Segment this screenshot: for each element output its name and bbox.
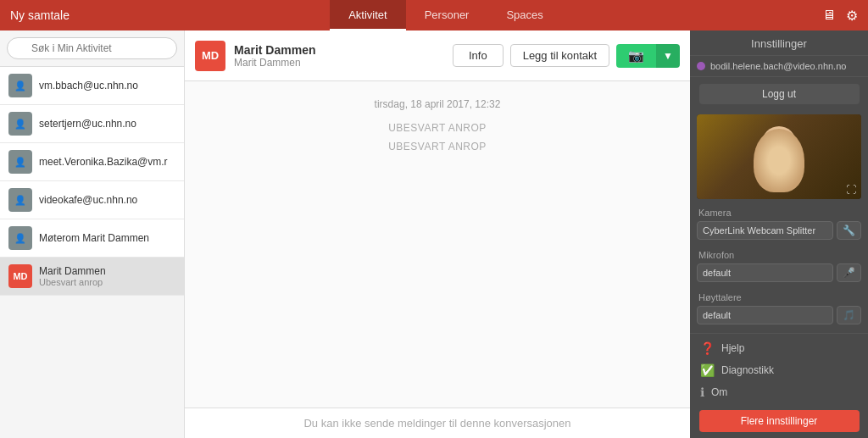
camera-row: CyberLink Webcam Splitter 🔧 [690, 219, 868, 245]
diagnostics-menu-item[interactable]: ✅ Diagnostikk [690, 359, 868, 381]
search-bar: 🔍 [0, 30, 184, 67]
speaker-label: Høyttalere [690, 287, 868, 304]
about-label: Om [711, 386, 727, 398]
divider [690, 333, 868, 334]
main-content: 🔍 👤 vm.bbach@uc.nhn.no 👤 setertjern@uc.n… [0, 30, 868, 438]
speaker-select[interactable]: default [697, 306, 833, 324]
user-status-dot [697, 62, 705, 70]
gear-icon[interactable]: ⚙ [846, 8, 858, 24]
diagnostics-icon: ✅ [700, 363, 715, 377]
avatar: 👤 [8, 150, 32, 174]
video-preview-inner: ⛶ [697, 114, 861, 199]
list-item[interactable]: 👤 videokafe@uc.nhn.no [0, 181, 184, 219]
list-item[interactable]: 👤 setertjern@uc.nhn.no [0, 105, 184, 143]
help-label: Hjelp [721, 342, 744, 354]
list-item[interactable]: 👤 meet.Veronika.Bazika@vm.r [0, 143, 184, 181]
tab-aktivitet[interactable]: Aktivitet [330, 0, 406, 30]
search-wrapper: 🔍 [7, 37, 177, 59]
chat-area: MD Marit Dammen Marit Dammen Info Legg t… [185, 30, 690, 438]
list-item[interactable]: 👤 Møterom Marit Dammen [0, 219, 184, 258]
chat-header-info: Marit Dammen Marit Dammen [234, 43, 444, 69]
video-call-button[interactable]: 📷 [616, 44, 656, 68]
chat-avatar-initials: MD [202, 49, 219, 62]
diagnostics-label: Diagnostikk [721, 364, 774, 376]
help-icon: ❓ [700, 341, 715, 355]
microphone-label: Mikrofon [690, 245, 868, 262]
chat-input-placeholder: Du kan ikke sende meldinger til denne ko… [197, 417, 678, 430]
add-contact-button[interactable]: Legg til kontakt [510, 44, 609, 67]
tab-spaces[interactable]: Spaces [487, 0, 561, 30]
list-item-active[interactable]: MD Marit Dammen Ubesvart anrop [0, 258, 184, 296]
microphone-select[interactable]: default [697, 263, 833, 282]
contact-info: vm.bbach@uc.nhn.no [39, 80, 175, 91]
user-email: bodil.helene.bach@video.nhn.no [710, 61, 846, 71]
video-person-body [754, 129, 804, 192]
avatar: 👤 [8, 188, 32, 212]
avatar-icon: 👤 [14, 157, 26, 168]
video-call-group: 📷 ▼ [616, 44, 680, 68]
microphone-row: default 🎤 [690, 262, 868, 287]
contact-list: 👤 vm.bbach@uc.nhn.no 👤 setertjern@uc.nhn… [0, 67, 184, 438]
tab-personer[interactable]: Personer [406, 0, 488, 30]
app-title: Ny samtale [10, 8, 70, 22]
contact-info: setertjern@uc.nhn.no [39, 118, 175, 130]
chat-header: MD Marit Dammen Marit Dammen Info Legg t… [185, 30, 690, 81]
camera-settings-button[interactable]: 🔧 [837, 221, 861, 240]
avatar-icon: 👤 [14, 80, 26, 91]
contact-name: meet.Veronika.Bazika@vm.r [39, 156, 175, 168]
contact-info: Marit Dammen Ubesvart anrop [39, 265, 175, 287]
contact-info: videokafe@uc.nhn.no [39, 194, 175, 206]
microphone-test-button[interactable]: 🎤 [837, 263, 861, 282]
avatar: 👤 [8, 226, 32, 250]
avatar-initials: MD [13, 271, 27, 281]
chat-contact-name: Marit Dammen [234, 43, 444, 57]
speaker-row: default 🎵 [690, 304, 868, 330]
date-divider: tirsdag, 18 april 2017, 12:32 [375, 98, 501, 110]
avatar-icon: 👤 [14, 233, 26, 244]
monitor-icon[interactable]: 🖥 [822, 8, 836, 23]
user-email-bar: bodil.helene.bach@video.nhn.no [690, 56, 868, 77]
top-bar-icons: 🖥 ⚙ [822, 8, 858, 24]
speaker-test-button[interactable]: 🎵 [837, 306, 861, 324]
top-bar: Ny samtale Aktivitet Personer Spaces 🖥 ⚙ [0, 0, 868, 30]
info-icon: ℹ [700, 385, 704, 399]
nav-tabs: Aktivitet Personer Spaces [330, 0, 562, 30]
contact-status: Ubesvart anrop [39, 277, 175, 287]
chat-contact-subtitle: Marit Dammen [234, 57, 444, 69]
message-item-1: UBESVART ANROP [388, 122, 487, 134]
message-item-2: UBESVART ANROP [388, 141, 487, 152]
contact-name: vm.bbach@uc.nhn.no [39, 80, 175, 91]
help-menu-item[interactable]: ❓ Hjelp [690, 337, 868, 359]
contact-name: Møterom Marit Dammen [39, 232, 175, 244]
avatar: 👤 [8, 74, 32, 97]
info-button[interactable]: Info [453, 44, 504, 67]
video-fullscreen-icon: ⛶ [846, 184, 856, 196]
avatar-icon: 👤 [14, 119, 26, 130]
chat-header-actions: Info Legg til kontakt 📷 ▼ [453, 44, 680, 68]
camera-select[interactable]: CyberLink Webcam Splitter [697, 221, 833, 240]
avatar: 👤 [8, 112, 32, 136]
list-item[interactable]: 👤 vm.bbach@uc.nhn.no [0, 67, 184, 105]
contact-info: meet.Veronika.Bazika@vm.r [39, 156, 175, 168]
sidebar: 🔍 👤 vm.bbach@uc.nhn.no 👤 setertjern@uc.n… [0, 30, 185, 438]
contact-name: Marit Dammen [39, 265, 175, 277]
chat-input-area: Du kan ikke sende meldinger til denne ko… [185, 408, 690, 438]
video-call-dropdown[interactable]: ▼ [656, 44, 680, 68]
video-preview: ⛶ [697, 114, 861, 199]
camera-label: Kamera [690, 202, 868, 219]
contact-info: Møterom Marit Dammen [39, 232, 175, 244]
search-input[interactable] [7, 37, 177, 59]
logout-button[interactable]: Logg ut [699, 84, 860, 104]
about-menu-item[interactable]: ℹ Om [690, 381, 868, 403]
chat-messages: tirsdag, 18 april 2017, 12:32 UBESVART A… [185, 81, 690, 408]
panel-title: Innstillinger [690, 30, 868, 56]
avatar-icon: 👤 [14, 195, 26, 206]
avatar-md: MD [8, 264, 32, 288]
chat-avatar: MD [195, 41, 225, 71]
more-settings-button[interactable]: Flere innstillinger [699, 410, 860, 432]
settings-panel: Innstillinger bodil.helene.bach@video.nh… [690, 30, 868, 438]
contact-name: setertjern@uc.nhn.no [39, 118, 175, 130]
contact-name: videokafe@uc.nhn.no [39, 194, 175, 206]
